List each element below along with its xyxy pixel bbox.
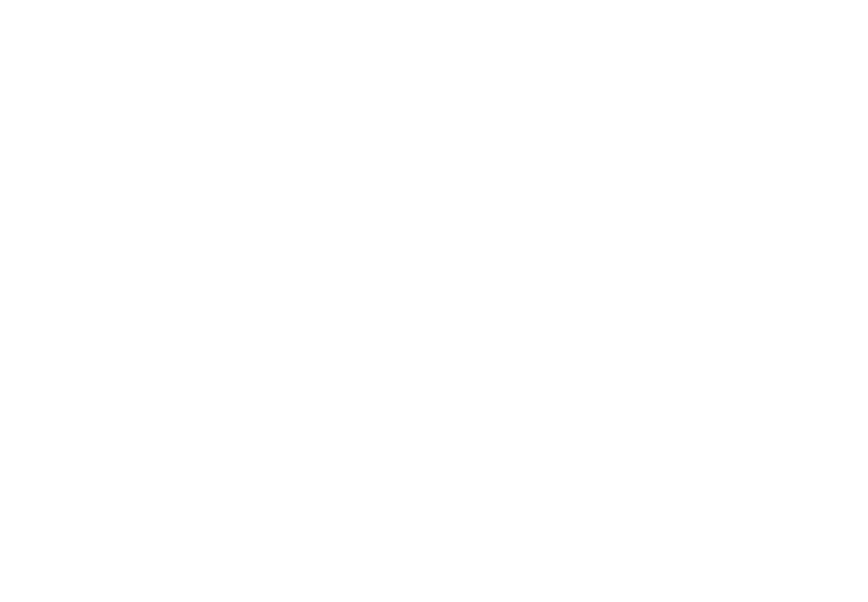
svg-layer: [0, 0, 868, 602]
swimlane-diagram: [0, 0, 868, 602]
